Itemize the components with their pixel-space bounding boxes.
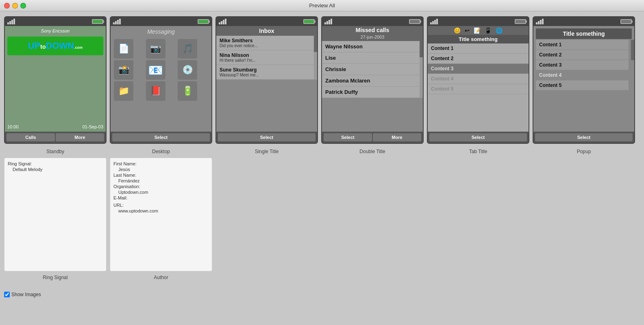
tab-icon-globe[interactable]: 🌐 [496, 27, 503, 34]
show-images-checkbox-area[interactable]: Show Images [4, 292, 41, 297]
show-images-checkbox[interactable] [4, 292, 10, 297]
popup-scrollbar-thumb [631, 40, 634, 60]
phone-labels-row: Standby Desktop Single Title Double Titl… [4, 147, 640, 155]
icon-mail[interactable]: 📧 [146, 60, 165, 80]
inbox-screen: Inbox Mike Smithers Did you ever notice.… [216, 26, 317, 132]
inbox-scrollbar[interactable] [314, 36, 317, 80]
tab-icons-row: 😊 ↩ 📝 📱 🌐 [428, 26, 529, 35]
tab-icon-arrow[interactable]: ↩ [465, 27, 470, 34]
single-select-button[interactable]: Select [218, 133, 315, 141]
author-first-name-key: First Name: [113, 161, 209, 166]
tab-item-3[interactable]: Content 4 [428, 74, 529, 84]
window-title: Preview All [309, 2, 335, 9]
tab-item-4[interactable]: Content 5 [428, 84, 529, 94]
missed-item-3[interactable]: Zambona Mclaren [322, 75, 420, 87]
tab-item-2[interactable]: Content 3 [428, 64, 529, 74]
inbox-title: Inbox [216, 26, 317, 36]
more-button[interactable]: More [56, 133, 104, 141]
missed-item-1[interactable]: Lise [322, 52, 420, 64]
missed-title-sub: 27-jun-2003 [322, 34, 423, 41]
author-last-name-key: Last Name: [113, 173, 209, 178]
status-bar-tab [428, 17, 529, 26]
inbox-item-0[interactable]: Mike Smithers Did you ever notice... [216, 36, 314, 50]
minimize-button[interactable] [12, 3, 18, 9]
status-bar-single [216, 17, 317, 26]
label-single: Single Title [215, 147, 318, 155]
ring-signal-value: Default Melody [8, 167, 103, 172]
popup-item-4[interactable]: Content 5 [536, 80, 629, 91]
desktop-title: Messaging [112, 28, 210, 37]
calls-button[interactable]: Calls [7, 133, 55, 141]
label-author: Author [110, 273, 212, 281]
popup-screen: Title something Content 1 Content 2 Cont… [533, 26, 634, 132]
author-first-name-value: Jesús [113, 167, 209, 172]
title-bar: Preview All [0, 0, 644, 11]
desktop-icons-grid: 📄 📷 🎵 📸 📧 💿 📁 📕 🔋 [112, 37, 210, 102]
standby-screen: Sony Ericsson UPtoDOWN.com 10:00 01-Sep-… [5, 26, 106, 132]
author-url-key: URL: [113, 203, 209, 208]
info-panels-row: Ring Signal: Default Melody First Name: … [4, 158, 640, 271]
ring-signal-key: Ring Signal: [8, 161, 103, 166]
label-tab: Tab Title [427, 147, 529, 155]
popup-buttons: Select [533, 132, 634, 143]
preview-1: Hi there sailor! I'm... [220, 58, 311, 63]
label-popup: Popup [533, 147, 635, 155]
label-standby: Standby [4, 147, 107, 155]
icon-music[interactable]: 🎵 [178, 39, 197, 58]
missed-screen: Missed calls 27-jun-2003 Wayne Nilsson L… [322, 26, 423, 132]
window-controls [4, 3, 26, 9]
date-display: 01-Sep-03 [83, 124, 103, 129]
phone-popup: Title something Content 1 Content 2 Cont… [533, 16, 635, 144]
missed-item-4[interactable]: Patrick Duffy [322, 87, 420, 98]
close-button[interactable] [4, 3, 10, 9]
phones-row: Sony Ericsson UPtoDOWN.com 10:00 01-Sep-… [4, 16, 640, 144]
inbox-item-1[interactable]: Nina Nilsson Hi there sailor! I'm... [216, 50, 314, 65]
inbox-list-row: Mike Smithers Did you ever notice... Nin… [216, 36, 317, 80]
tab-icon-note[interactable]: 📝 [474, 27, 481, 34]
tab-item-1[interactable]: Content 2 [428, 54, 529, 64]
icon-docs[interactable]: 📄 [114, 39, 133, 58]
tab-icon-smiley[interactable]: 😊 [454, 27, 461, 34]
desktop-buttons: Select [111, 132, 211, 143]
icon-phone[interactable]: 📷 [146, 39, 165, 58]
status-bar-desktop [111, 17, 211, 26]
ring-signal-panel: Ring Signal: Default Melody [4, 158, 107, 271]
phone-tab-title: 😊 ↩ 📝 📱 🌐 Title something Content 1 Cont… [427, 16, 529, 144]
status-bar-standby [5, 17, 106, 26]
desktop-select-button[interactable]: Select [112, 133, 210, 141]
maximize-button[interactable] [20, 3, 26, 9]
time-display: 10:00 [7, 124, 19, 129]
inbox-item-2[interactable]: Sune Skumbarg Wassuup? Meet me... [216, 65, 314, 80]
missed-scrollbar[interactable] [420, 41, 423, 98]
tab-select-button[interactable]: Select [429, 133, 527, 141]
double-title-buttons: Select More [322, 132, 423, 143]
icon-folder[interactable]: 📁 [114, 81, 133, 101]
double-select-button[interactable]: Select [324, 133, 372, 141]
preview-0: Did you ever notice... [220, 43, 311, 48]
popup-item-0[interactable]: Content 1 [536, 40, 629, 50]
double-more-button[interactable]: More [373, 133, 421, 141]
icon-book[interactable]: 📕 [146, 81, 165, 101]
sender-0: Mike Smithers [220, 38, 311, 43]
tab-item-0[interactable]: Content 1 [428, 43, 529, 54]
popup-item-3[interactable]: Content 4 [536, 70, 629, 80]
desktop-screen: Messaging 📄 📷 🎵 📸 📧 💿 📁 📕 🔋 [111, 26, 211, 132]
missed-scrollbar-thumb [420, 41, 423, 57]
icon-cd[interactable]: 💿 [178, 60, 197, 80]
popup-item-2[interactable]: Content 3 [536, 60, 629, 70]
missed-item-2[interactable]: Chrissie [322, 64, 420, 75]
missed-item-0[interactable]: Wayne Nilsson [322, 41, 420, 52]
missed-list-row: Wayne Nilsson Lise Chrissie Zambona Mcla… [322, 41, 423, 98]
tab-icon-phone[interactable]: 📱 [485, 27, 492, 34]
icon-camera[interactable]: 📸 [114, 60, 133, 80]
popup-scrollbar[interactable] [631, 40, 634, 91]
brand-text: Sony Ericsson [7, 28, 103, 33]
icon-battery[interactable]: 🔋 [178, 81, 197, 101]
popup-item-1[interactable]: Content 2 [536, 50, 629, 60]
missed-list: Wayne Nilsson Lise Chrissie Zambona Mcla… [322, 41, 420, 98]
tab-list: Content 1 Content 2 Content 3 Content 4 … [428, 43, 529, 132]
phone-standby: Sony Ericsson UPtoDOWN.com 10:00 01-Sep-… [4, 16, 107, 144]
uptodown-logo: UPtoDOWN.com [7, 37, 103, 55]
popup-select-button[interactable]: Select [535, 133, 633, 141]
show-images-label: Show Images [11, 292, 41, 297]
